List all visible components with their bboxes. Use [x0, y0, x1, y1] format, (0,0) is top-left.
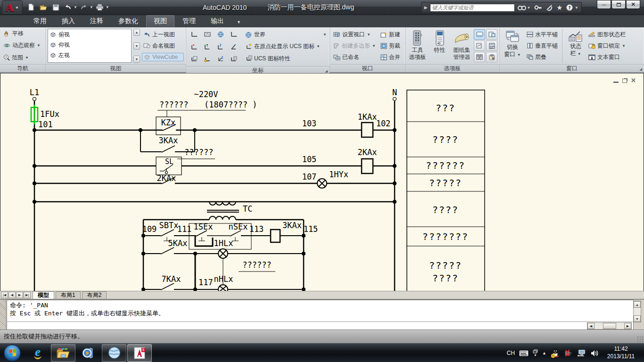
doc-restore-button[interactable]	[622, 79, 627, 83]
command-history[interactable]: 命令: '_PAN 按 Esc 或 Enter 键退出，或单击右键显示快捷菜单。	[7, 300, 634, 330]
viewport-polygon-dropdown[interactable]: ▼	[372, 44, 376, 48]
sheet-set-manager-button[interactable]: 图纸集 管理器	[452, 29, 472, 63]
viewport-config-button[interactable]: 设置视口 ▼	[332, 30, 377, 39]
scroll-left-arrow[interactable]: ◀	[587, 323, 594, 329]
redo-button[interactable]	[78, 1, 90, 13]
ucs-view-button[interactable]	[215, 29, 227, 40]
disconnected-device-icon[interactable]	[564, 349, 573, 357]
pan-button[interactable]: 平移	[2, 29, 43, 38]
scrollbar-thumb[interactable]	[603, 323, 616, 329]
speaker-icon[interactable]	[591, 350, 599, 357]
communication-center-button[interactable]	[545, 3, 554, 12]
favorites-button[interactable]: ★	[557, 4, 563, 11]
panel-footer-views[interactable]: 视图	[46, 64, 186, 72]
ucs-icon-display-button[interactable]: 在原点处显示 UCS 图标 ▼	[244, 42, 328, 51]
orbit-button[interactable]: 动态观察 ▼	[2, 41, 43, 50]
previous-view-button[interactable]: 上一视图	[142, 30, 184, 39]
ucs-3point-button[interactable]	[215, 53, 227, 65]
tab-view[interactable]: 视图	[146, 15, 174, 27]
command-line-palette-button[interactable]	[474, 29, 485, 40]
view-item-left[interactable]: 左视	[48, 50, 131, 60]
command-window[interactable]: 命令: '_PAN 按 Esc 或 Enter 键退出，或单击右键显示快捷菜单。…	[0, 299, 644, 329]
ucs-icon-properties-button[interactable]: UCS 图标特性	[244, 54, 328, 63]
language-indicator[interactable]: CH	[507, 350, 515, 356]
panel-footer-viewports[interactable]: 视口	[330, 64, 405, 72]
taskbar-explorer-button[interactable]	[51, 344, 75, 362]
open-file-button[interactable]	[38, 1, 49, 13]
resize-grip[interactable]	[636, 336, 643, 342]
ucs-previous-button[interactable]	[201, 29, 214, 40]
doc-minimize-button[interactable]	[613, 82, 619, 83]
infocenter-collapse-icon[interactable]: ▶	[424, 5, 428, 10]
named-views-button[interactable]: 命名视图	[142, 41, 184, 50]
search-dropdown[interactable]: ▼	[527, 6, 531, 10]
ucs-origin-button[interactable]	[201, 53, 214, 65]
undo-dropdown[interactable]: ▼	[74, 5, 77, 9]
tool-palettes-button[interactable]: 工具 选项板	[407, 29, 428, 63]
orbit-dropdown[interactable]: ▼	[37, 43, 41, 48]
plot-button[interactable]	[94, 1, 106, 13]
list-expand-button[interactable]: ▼	[133, 56, 140, 63]
tab-annotate[interactable]: 注释	[83, 16, 110, 27]
doc-close-button[interactable]: ✕	[631, 78, 636, 83]
ucs-object-button[interactable]	[228, 29, 240, 40]
save-button[interactable]	[50, 1, 61, 13]
qq-icon[interactable]	[551, 348, 560, 358]
viewport-new-button[interactable]: 新建	[379, 30, 403, 39]
ucs-y-button[interactable]	[201, 41, 214, 52]
ucs-z-vector-button[interactable]	[228, 41, 240, 52]
prev-tab-button[interactable]: ◀	[8, 292, 16, 298]
window-lock-button[interactable]: 窗口锁定 ▼	[587, 41, 627, 50]
taskbar-autocad-button[interactable]	[127, 344, 152, 362]
tab-parametric[interactable]: 参数化	[111, 16, 145, 27]
tab-layout1[interactable]: 布局1	[56, 291, 81, 299]
keyboard-icon[interactable]	[519, 350, 528, 356]
ribbon-minimize-dropdown[interactable]: ▼	[232, 20, 246, 27]
switch-windows-button[interactable]: 切换 窗口 ▼	[502, 29, 523, 63]
view-item-bottom[interactable]: 仰视	[48, 40, 131, 50]
scroll-up-arrow[interactable]: ▲	[634, 301, 641, 308]
viewport-clip-button[interactable]: 剪裁	[379, 41, 403, 50]
subscription-center-button[interactable]	[533, 3, 543, 12]
taskbar-browser-button[interactable]	[102, 344, 126, 362]
wcs-combo[interactable]: 世界 ▼	[244, 30, 328, 39]
new-file-button[interactable]	[25, 1, 37, 13]
zoom-extents-button[interactable]: 范围 ▼	[2, 53, 43, 62]
viewport-named-button[interactable]: 已命名	[332, 53, 377, 62]
minimize-button[interactable]: ─	[597, 0, 611, 9]
tab-manage[interactable]: 管理	[175, 16, 203, 27]
taskbar-ie-button[interactable]: e	[25, 344, 50, 362]
cascade-button[interactable]: 层叠	[525, 53, 559, 62]
panel-footer-navigate[interactable]: 导航	[0, 64, 45, 72]
search-input[interactable]	[430, 4, 515, 12]
start-button[interactable]	[4, 345, 21, 362]
tab-home[interactable]: 常用	[26, 16, 54, 27]
help-button[interactable]: ?	[565, 3, 574, 12]
restore-button[interactable]	[611, 0, 626, 9]
close-button[interactable]: ✕	[626, 0, 640, 9]
tile-horizontal-button[interactable]: 水平平铺	[525, 30, 559, 39]
dialog-launcher-icon[interactable]: ◢	[325, 69, 328, 73]
panel-footer-palettes[interactable]: 选项板	[405, 64, 499, 72]
drawing-status-bar-button[interactable]: 图形状态栏	[587, 30, 627, 39]
tile-vertical-button[interactable]: 垂直平铺	[525, 41, 559, 50]
scroll-right-arrow[interactable]: ▶	[624, 323, 631, 329]
search-button[interactable]	[517, 3, 527, 12]
undo-button[interactable]	[62, 1, 74, 13]
network-icon[interactable]	[577, 349, 586, 357]
viewcube-toggle-button[interactable]: ViewCube	[142, 53, 184, 61]
redo-dropdown[interactable]: ▼	[90, 5, 93, 9]
status-bar-button[interactable]: 状态 栏 ▼	[566, 29, 585, 63]
ucs-display-dropdown[interactable]: ▼	[316, 44, 320, 49]
ucs-face-button[interactable]	[188, 53, 200, 65]
tab-output[interactable]: 输出	[204, 16, 231, 27]
command-window-grip[interactable]	[0, 300, 6, 330]
text-window-button[interactable]: A 文本窗口	[587, 53, 627, 62]
scroll-up-button[interactable]: ▲	[133, 29, 140, 36]
show-hidden-icons-button[interactable]: ▲	[542, 351, 546, 355]
panel-footer-window[interactable]: 窗口 ◢	[500, 64, 644, 72]
taskbar-media-player-button[interactable]	[76, 344, 101, 362]
view-list[interactable]: 俯视 仰视 左视	[48, 29, 132, 63]
command-horizontal-scrollbar[interactable]: ◀ ▶	[587, 322, 632, 329]
scroll-down-arrow[interactable]: ▼	[634, 315, 641, 322]
